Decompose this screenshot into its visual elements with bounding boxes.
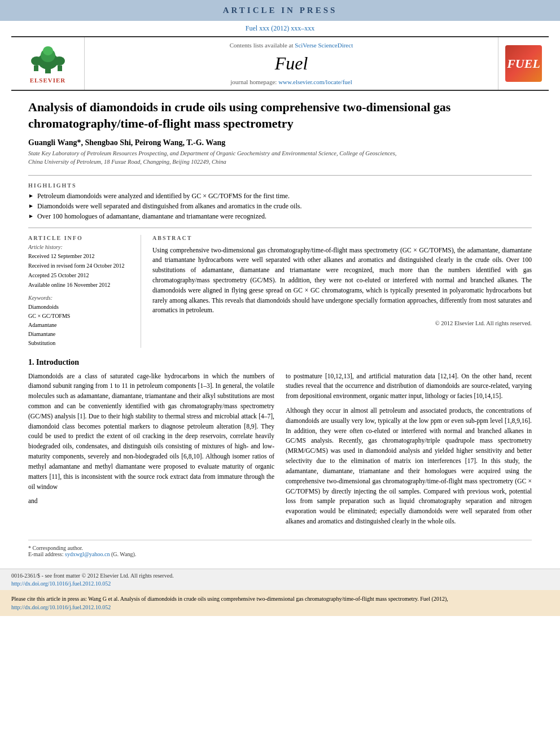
svg-point-3: [43, 46, 53, 55]
highlights-section: HIGHLIGHTS ► Petroleum diamondoids were …: [28, 182, 532, 221]
intro-left-para1: Diamondoids are a class of saturated cag…: [28, 372, 274, 492]
abstract-section: ABSTRACT Using comprehensive two-dimensi…: [152, 235, 532, 348]
article-title: Analysis of diamondoids in crude oils us…: [28, 99, 532, 132]
keyword-3: Adamantane: [28, 321, 132, 330]
revised-date: Received in revised form 24 October 2012: [28, 261, 132, 270]
highlight-item-1: ► Petroleum diamondoids were analyzed an…: [28, 192, 532, 200]
highlights-label: HIGHLIGHTS: [28, 182, 532, 189]
svg-rect-7: [58, 65, 62, 71]
cite-bar-link[interactable]: http://dx.doi.org/10.1016/j.fuel.2012.10…: [11, 604, 111, 610]
elsevier-logo: ELSEVIER: [11, 37, 85, 90]
journal-homepage: journal homepage: www.elsevier.com/locat…: [230, 78, 352, 85]
journal-center: Contents lists available at SciVerse Sci…: [85, 37, 498, 90]
copyright-line: © 2012 Elsevier Ltd. All rights reserved…: [152, 320, 532, 326]
corresponding-note: * Corresponding author.: [28, 545, 532, 551]
highlight-item-3: ► Over 100 homologues of adamantane, dia…: [28, 212, 532, 221]
info-abstract-columns: ARTICLE INFO Article history: Received 1…: [28, 235, 532, 348]
highlight-item-2: ► Diamondoids were well separated and di…: [28, 202, 532, 211]
svg-point-4: [31, 56, 42, 65]
divider-1: [28, 175, 532, 176]
journal-ref: Fuel xxx (2012) xxx–xxx: [0, 21, 560, 36]
author-names: Guangli Wang*, Shengbao Shi, Peirong Wan…: [28, 138, 225, 147]
highlight-arrow-3: ►: [28, 213, 34, 219]
intro-body-columns: Diamondoids are a class of saturated cag…: [28, 372, 532, 531]
received-date: Received 12 September 2012: [28, 252, 132, 260]
authors: Guangli Wang*, Shengbao Shi, Peirong Wan…: [28, 138, 532, 147]
divider-2: [28, 228, 532, 228]
svg-point-5: [54, 56, 65, 65]
doi-link[interactable]: http://dx.doi.org/10.1016/j.fuel.2012.10…: [11, 580, 549, 587]
article-info-column: ARTICLE INFO Article history: Received 1…: [28, 235, 141, 348]
homepage-url[interactable]: www.elsevier.com/locate/fuel: [278, 78, 352, 85]
rights-text: 0016-2361/$ - see front matter © 2012 El…: [11, 573, 549, 579]
abstract-title: ABSTRACT: [152, 235, 532, 241]
journal-name: Fuel: [275, 53, 308, 74]
journal-ref-text: Fuel xxx (2012) xxx–xxx: [246, 24, 314, 32]
main-content: Analysis of diamondoids in crude oils us…: [0, 91, 560, 563]
keywords-label: Keywords:: [28, 295, 132, 301]
keywords-section: Keywords: Diamondoids GC × GC/TOFMS Adam…: [28, 295, 132, 348]
highlight-arrow-1: ►: [28, 193, 34, 199]
intro-left-col: Diamondoids are a class of saturated cag…: [28, 372, 274, 531]
cite-bar-text: Please cite this article in press as: Wa…: [11, 596, 448, 602]
email-note: E-mail address: sydxwgl@yahoo.cn (G. Wan…: [28, 551, 532, 557]
aip-banner-text: ARTICLE IN PRESS: [223, 6, 338, 15]
svg-rect-6: [34, 65, 38, 71]
top-header: ELSEVIER Contents lists available at Sci…: [11, 36, 549, 91]
keyword-4: Diamantane: [28, 330, 132, 339]
cite-bar: Please cite this article in press as: Wa…: [0, 590, 560, 616]
fuel-logo-box: FUEL: [505, 45, 542, 82]
affiliation: State Key Laboratory of Petroleum Resour…: [28, 150, 532, 166]
abstract-text: Using comprehensive two-dimensional gas …: [152, 246, 532, 316]
sciverse-link[interactable]: SciVerse ScienceDirect: [295, 42, 353, 49]
bottom-bar: 0016-2361/$ - see front matter © 2012 El…: [0, 569, 560, 590]
highlight-arrow-2: ►: [28, 203, 34, 209]
intro-right-para2: Although they occur in almost all petrol…: [286, 406, 532, 527]
intro-title: 1. Introduction: [28, 358, 532, 367]
aip-banner: ARTICLE IN PRESS: [0, 0, 560, 21]
history-label: Article history:: [28, 244, 132, 250]
keyword-5: Substitution: [28, 339, 132, 348]
keyword-1: Diamondoids: [28, 303, 132, 312]
intro-right-para1: to postmature [10,12,13], and artificial…: [286, 372, 532, 401]
introduction-section: 1. Introduction Diamondoids are a class …: [28, 358, 532, 531]
keyword-2: GC × GC/TOFMS: [28, 312, 132, 321]
sciverse-line: Contents lists available at SciVerse Sci…: [230, 42, 353, 49]
footnote-area: * Corresponding author. E-mail address: …: [28, 540, 532, 557]
fuel-logo-container: FUEL: [498, 37, 549, 90]
elsevier-label: ELSEVIER: [30, 77, 66, 84]
elsevier-tree-icon: [25, 44, 71, 75]
article-info-title: ARTICLE INFO: [28, 235, 132, 241]
intro-right-col: to postmature [10,12,13], and artificial…: [286, 372, 532, 531]
accepted-date: Accepted 25 October 2012: [28, 271, 132, 279]
intro-left-para2-start: and: [28, 496, 274, 506]
available-date: Available online 16 November 2012: [28, 281, 132, 289]
email-link[interactable]: sydxwgl@yahoo.cn: [65, 551, 110, 557]
